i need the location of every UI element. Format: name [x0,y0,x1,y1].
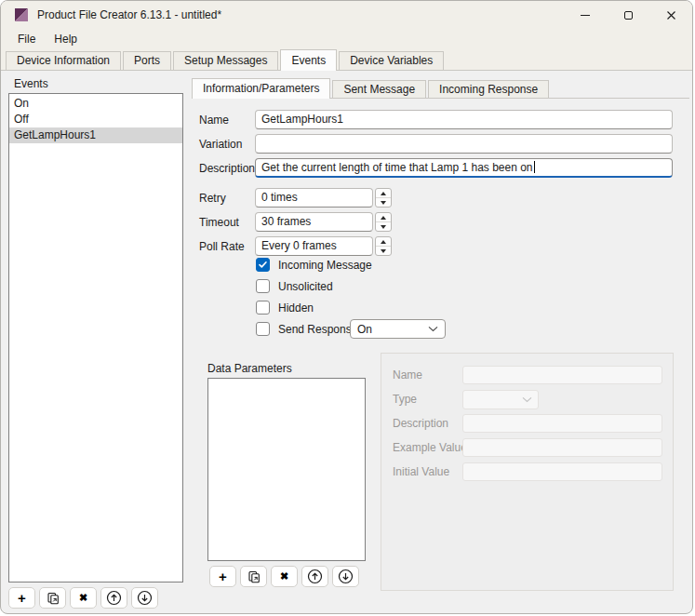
event-move-down-button[interactable] [131,587,158,609]
retry-spin-up-button[interactable] [376,189,391,198]
move-up-icon [106,590,122,606]
spin-down-icon [381,225,386,229]
parameter-duplicate-button[interactable] [240,566,267,587]
menu-help[interactable]: Help [45,31,87,47]
events-toolbar: + ✖ [8,587,158,609]
poll-rate-spin-up-button[interactable] [376,237,391,247]
event-move-up-button[interactable] [100,587,127,609]
hidden-checkbox[interactable] [256,301,270,315]
move-down-icon [338,569,354,584]
parameter-detail-panel: Name Type Description Example Value Init… [381,353,674,591]
main-tabstrip: Device Information Ports Setup Messages … [1,49,693,71]
spin-down-icon [381,201,386,205]
subtab-incoming-response[interactable]: Incoming Response [428,80,549,98]
event-subtabstrip: Information/Parameters Sent Message Inco… [192,78,689,99]
chevron-down-icon [522,396,532,403]
app-logo-icon [14,7,29,22]
delete-x-icon: ✖ [280,571,288,582]
param-initial-value-label: Initial Value [393,465,449,478]
app-window: Product File Creator 6.13.1 - untitled* … [0,0,693,614]
duplicate-icon [47,592,60,605]
spin-up-icon [381,240,386,244]
chevron-down-icon [428,326,438,332]
poll-rate-label: Poll Rate [199,240,245,253]
event-duplicate-button[interactable] [39,587,66,609]
timeout-spin-up-button[interactable] [376,213,391,222]
parameter-delete-button[interactable]: ✖ [271,566,298,587]
send-response-label: Send Response [278,322,357,337]
spin-down-icon [381,249,386,253]
param-description-label: Description [393,417,448,430]
menu-file[interactable]: File [8,31,45,47]
data-parameters-toolbar: + ✖ [209,566,359,587]
list-item-on[interactable]: On [9,96,182,112]
param-initial-value-field [462,462,662,481]
maximize-button[interactable] [607,1,649,29]
spin-up-icon [381,192,386,195]
description-field[interactable]: Get the current length of time that Lamp… [255,158,673,178]
data-parameters-heading: Data Parameters [207,362,292,375]
window-controls [564,1,692,29]
parameter-move-down-button[interactable] [332,566,359,587]
poll-rate-spin-down-button[interactable] [376,247,391,255]
incoming-message-checkbox[interactable] [256,258,270,272]
incoming-message-label: Incoming Message [278,258,372,273]
param-name-label: Name [393,368,422,382]
tab-device-variables[interactable]: Device Variables [339,51,444,70]
spin-up-icon [381,216,386,220]
retry-field[interactable]: 0 times [255,188,373,208]
window-title: Product File Creator 6.13.1 - untitled* [37,8,221,21]
poll-rate-field[interactable]: Every 0 frames [255,236,373,256]
plus-icon: + [18,591,26,605]
data-parameters-listbox[interactable] [207,378,366,561]
name-field[interactable]: GetLampHours1 [255,110,673,129]
events-panel-heading: Events [14,77,48,90]
events-listbox[interactable]: On Off GetLampHours1 [8,93,183,583]
move-down-icon [137,590,153,606]
minimize-icon [581,15,590,16]
subtab-sent-message[interactable]: Sent Message [332,80,426,98]
param-description-field [462,414,662,433]
timeout-spin-down-button[interactable] [376,222,391,231]
param-type-dropdown [462,390,539,409]
param-type-label: Type [393,393,417,406]
event-delete-button[interactable]: ✖ [70,587,97,609]
retry-spin-down-button[interactable] [376,198,391,207]
plus-icon: + [219,569,227,583]
subtab-information-parameters[interactable]: Information/Parameters [192,78,330,99]
variation-field[interactable] [255,134,673,154]
poll-rate-spinner [375,236,392,256]
send-response-value: On [357,323,372,336]
close-icon [666,10,676,20]
tab-ports[interactable]: Ports [123,51,171,70]
list-item-getlamphours1[interactable]: GetLampHours1 [9,127,182,143]
param-name-field [462,366,662,384]
tab-events[interactable]: Events [280,49,337,71]
retry-label: Retry [199,192,226,205]
close-button[interactable] [649,1,692,29]
param-example-value-field [462,438,662,457]
hidden-label: Hidden [278,301,314,315]
send-response-dropdown[interactable]: On [350,319,446,339]
name-label: Name [199,114,229,127]
timeout-label: Timeout [199,216,239,229]
parameter-move-up-button[interactable] [301,566,328,587]
param-example-value-label: Example Value [393,441,467,454]
parameter-add-button[interactable]: + [209,566,236,587]
minimize-button[interactable] [564,1,607,29]
tab-device-information[interactable]: Device Information [6,51,121,70]
description-label: Description [199,162,255,175]
timeout-field[interactable]: 30 frames [255,212,373,232]
send-response-checkbox[interactable] [256,322,270,336]
unsolicited-label: Unsolicited [278,279,333,294]
tab-setup-messages[interactable]: Setup Messages [173,51,278,70]
event-add-button[interactable]: + [8,587,35,609]
checkmark-icon [258,260,268,270]
titlebar: Product File Creator 6.13.1 - untitled* [1,1,692,29]
unsolicited-checkbox[interactable] [256,279,270,293]
move-up-icon [307,569,323,584]
list-item-off[interactable]: Off [9,112,182,127]
maximize-icon [624,11,633,20]
variation-label: Variation [199,138,242,151]
menubar: File Help [1,29,692,49]
